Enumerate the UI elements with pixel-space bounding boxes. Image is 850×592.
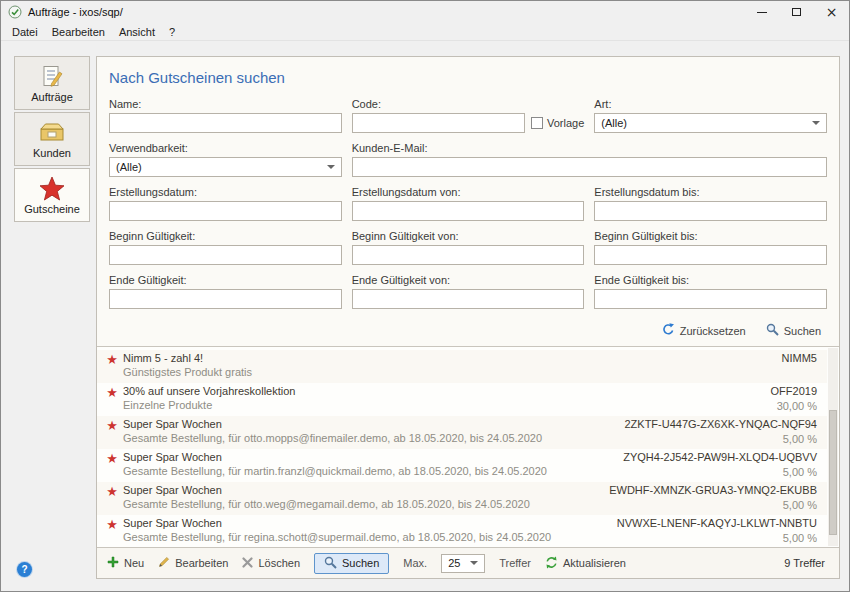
reset-label: Zurücksetzen — [680, 325, 746, 337]
erstellungsdatum-input[interactable] — [109, 201, 342, 221]
edit-button[interactable]: Bearbeiten — [158, 556, 228, 570]
voucher-value: 5,00 % — [623, 466, 817, 479]
beginn-gueltigkeit-von-label: Beginn Gültigkeit von: — [352, 230, 585, 242]
maximize-icon — [792, 8, 801, 16]
maximize-button[interactable] — [779, 1, 814, 23]
beginn-gueltigkeit-von-input[interactable] — [352, 245, 585, 265]
field-beginn-gueltigkeit: Beginn Gültigkeit: — [109, 230, 342, 265]
voucher-value: 5,00 % — [624, 433, 817, 446]
reset-button[interactable]: Zurücksetzen — [662, 323, 746, 338]
field-erstellungsdatum-bis: Erstellungsdatum bis: — [594, 186, 827, 221]
ende-gueltigkeit-bis-input[interactable] — [594, 289, 827, 309]
scrollbar-thumb[interactable] — [829, 410, 837, 535]
voucher-row[interactable]: ★ Super Spar Wochen Gesamte Bestellung, … — [97, 515, 827, 548]
art-dropdown[interactable]: (Alle) — [594, 113, 827, 133]
code-label: Code: — [352, 98, 585, 110]
field-code: Code: Vorlage — [352, 98, 585, 133]
search-form: Name: Code: Vorlage Art: — [109, 98, 827, 309]
menu-ansicht[interactable]: Ansicht — [112, 24, 162, 40]
field-ende-gueltigkeit-von: Ende Gültigkeit von: — [352, 274, 585, 309]
verwendbarkeit-dropdown[interactable]: (Alle) — [109, 157, 342, 177]
window-title: Aufträge - ixos/sqp/ — [28, 6, 123, 18]
field-erstellungsdatum-von: Erstellungsdatum von: — [352, 186, 585, 221]
beginn-gueltigkeit-bis-input[interactable] — [594, 245, 827, 265]
voucher-row[interactable]: ★ Super Spar Wochen Gesamte Bestellung, … — [97, 449, 827, 482]
new-button[interactable]: Neu — [107, 556, 144, 570]
erstellungsdatum-label: Erstellungsdatum: — [109, 186, 342, 198]
field-art: Art: (Alle) — [594, 98, 827, 133]
chevron-down-icon — [470, 561, 478, 565]
delete-button[interactable]: Löschen — [242, 557, 300, 570]
window-controls: × — [744, 1, 849, 23]
list-scrollbar[interactable] — [828, 348, 838, 546]
app-window: Aufträge - ixos/sqp/ × Datei Bearbeiten … — [0, 0, 850, 592]
voucher-value — [782, 367, 817, 380]
voucher-row[interactable]: ★ Nimm 5 - zahl 4! Günstigstes Produkt g… — [97, 350, 827, 383]
field-erstellungsdatum: Erstellungsdatum: — [109, 186, 342, 221]
orders-icon — [40, 63, 64, 89]
erstellungsdatum-bis-label: Erstellungsdatum bis: — [594, 186, 827, 198]
voucher-list: ★ Nimm 5 - zahl 4! Günstigstes Produkt g… — [97, 347, 827, 547]
voucher-value: 5,00 % — [617, 532, 817, 545]
beginn-gueltigkeit-input[interactable] — [109, 245, 342, 265]
voucher-row[interactable]: ★ Super Spar Wochen Gesamte Bestellung, … — [97, 482, 827, 515]
kunden-email-input[interactable] — [352, 157, 827, 177]
max-results-dropdown[interactable]: 25 — [441, 554, 485, 573]
field-kunden-email: Kunden-E-Mail: — [352, 142, 827, 177]
field-beginn-gueltigkeit-von: Beginn Gültigkeit von: — [352, 230, 585, 265]
menu-help[interactable]: ? — [162, 24, 182, 40]
search-title: Nach Gutscheinen suchen — [109, 69, 827, 86]
field-name: Name: — [109, 98, 342, 133]
voucher-value: 5,00 % — [609, 499, 817, 512]
search-button[interactable]: Suchen — [766, 323, 821, 338]
voucher-value: 30,00 % — [771, 400, 817, 413]
results-count: 9 Treffer — [784, 557, 829, 569]
menu-bearbeiten[interactable]: Bearbeiten — [45, 24, 112, 40]
voucher-code: NIMM5 — [782, 352, 817, 365]
voucher-icon: ★ — [103, 385, 121, 400]
vorlage-option[interactable]: Vorlage — [531, 117, 584, 129]
search-label: Suchen — [784, 325, 821, 337]
close-button[interactable]: × — [814, 1, 849, 23]
plus-icon — [107, 556, 119, 570]
search-results-button[interactable]: Suchen — [314, 553, 389, 574]
voucher-code: OFF2019 — [771, 385, 817, 398]
voucher-icon: ★ — [103, 418, 121, 433]
ende-gueltigkeit-von-input[interactable] — [352, 289, 585, 309]
vouchers-icon — [39, 175, 65, 201]
close-icon: × — [826, 5, 838, 19]
search-icon — [766, 323, 779, 338]
voucher-icon: ★ — [103, 484, 121, 499]
erstellungsdatum-bis-input[interactable] — [594, 201, 827, 221]
minimize-button[interactable] — [744, 1, 779, 23]
voucher-subtitle: Gesamte Bestellung, für otto.weg@megamai… — [123, 498, 609, 510]
refresh-icon — [545, 556, 558, 571]
chevron-down-icon — [327, 165, 335, 169]
sidebar-tab-label: Kunden — [33, 147, 71, 159]
erstellungsdatum-von-label: Erstellungsdatum von: — [352, 186, 585, 198]
voucher-title: Nimm 5 - zahl 4! — [123, 352, 782, 364]
voucher-subtitle: Günstigstes Produkt gratis — [123, 366, 782, 378]
treffer-label: Treffer — [499, 557, 531, 569]
erstellungsdatum-von-input[interactable] — [352, 201, 585, 221]
code-input[interactable] — [352, 113, 525, 133]
sidebar-tab-auftraege[interactable]: Aufträge — [14, 56, 90, 110]
ende-gueltigkeit-label: Ende Gültigkeit: — [109, 274, 342, 286]
refresh-button[interactable]: Aktualisieren — [545, 556, 626, 571]
sidebar-tab-kunden[interactable]: Kunden — [14, 112, 90, 166]
reset-icon — [662, 323, 675, 338]
sidebar-tab-label: Gutscheine — [24, 203, 80, 215]
beginn-gueltigkeit-label: Beginn Gültigkeit: — [109, 230, 342, 242]
art-label: Art: — [594, 98, 827, 110]
ende-gueltigkeit-input[interactable] — [109, 289, 342, 309]
name-input[interactable] — [109, 113, 342, 133]
help-icon[interactable]: ? — [17, 562, 32, 577]
voucher-row[interactable]: ★ Super Spar Wochen Gesamte Bestellung, … — [97, 416, 827, 449]
menu-datei[interactable]: Datei — [5, 24, 45, 40]
vorlage-checkbox[interactable] — [531, 117, 543, 129]
sidebar-tab-gutscheine[interactable]: Gutscheine — [14, 168, 90, 222]
art-value: (Alle) — [601, 117, 627, 129]
voucher-row[interactable]: ★ 30% auf unsere Vorjahreskollektion Ein… — [97, 383, 827, 416]
minimize-icon — [757, 12, 767, 13]
ende-gueltigkeit-bis-label: Ende Gültigkeit bis: — [594, 274, 827, 286]
